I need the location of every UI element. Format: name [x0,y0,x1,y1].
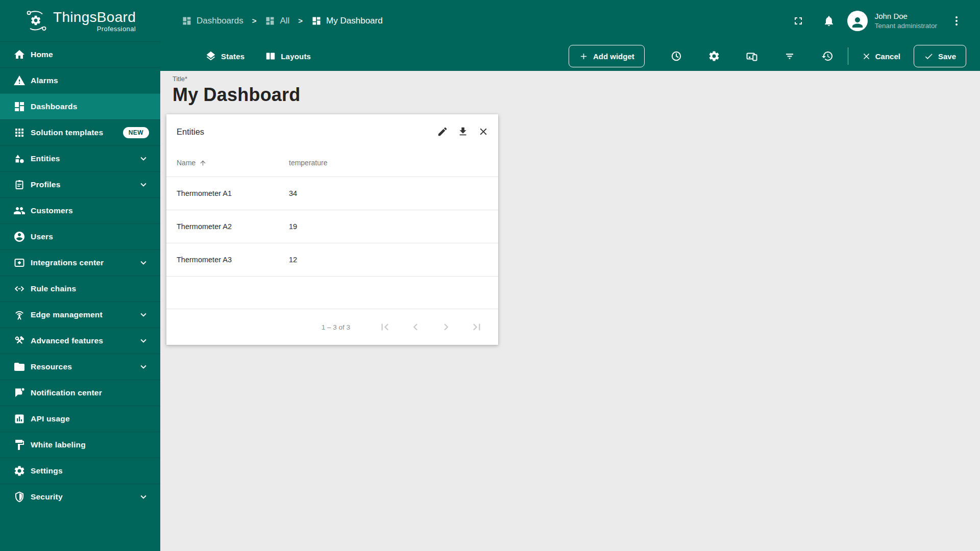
columns-icon [265,51,276,62]
close-icon [862,52,871,61]
chevron-down-icon [138,257,149,268]
user-menu[interactable]: John Doe Tenant administrator [875,12,937,30]
dashboard-content: Title* My Dashboard Entities [160,71,980,551]
first-page-button[interactable] [374,316,396,338]
bar-chart-icon [13,413,26,425]
sidebar-item-profiles[interactable]: Profiles [0,171,160,197]
warning-icon [13,74,26,87]
sidebar-item-notification-center[interactable]: Notification center [0,380,160,406]
add-widget-button[interactable]: Add widget [569,45,645,67]
thingsboard-app: ThingsBoard Professional Home Alarms Das… [0,0,980,551]
breadcrumb-all[interactable]: All [265,16,289,26]
sidebar-item-integrations-center[interactable]: Integrations center [0,249,160,276]
filters-button[interactable] [783,50,796,62]
dashboard-icon [182,16,192,26]
add-widget-label: Add widget [593,52,634,61]
entity-aliases-button[interactable] [746,50,758,62]
cell-name: Thermometer A1 [166,189,289,197]
export-widget-button[interactable] [455,124,471,139]
sidebar-item-alarms[interactable]: Alarms [0,67,160,93]
sidebar-item-advanced-features[interactable]: Advanced features [0,328,160,354]
sidebar-item-api-usage[interactable]: API usage [0,406,160,432]
brand-name: ThingsBoard [53,9,136,26]
cell-temperature: 12 [289,256,498,264]
avatar[interactable] [847,11,868,31]
brand-logo[interactable]: ThingsBoard Professional [0,0,160,41]
sidebar-item-label: Notification center [31,388,102,397]
widget-title: Entities [177,127,204,137]
brand-subtitle: Professional [53,25,136,33]
timewindow-button[interactable] [670,50,682,62]
breadcrumb-separator: > [252,16,257,25]
save-label: Save [938,52,956,61]
sidebar-item-rule-chains[interactable]: Rule chains [0,276,160,302]
cancel-button[interactable]: Cancel [854,52,908,61]
sidebar-item-users[interactable]: Users [0,223,160,249]
sidebar: ThingsBoard Professional Home Alarms Das… [0,0,160,551]
sidebar-item-label: Alarms [31,76,58,85]
sidebar-item-solution-templates[interactable]: Solution templates NEW [0,119,160,145]
more-menu-button[interactable] [950,15,963,27]
fullscreen-button[interactable] [792,15,804,27]
column-header-temperature[interactable]: temperature [289,158,498,167]
breadcrumb-label: All [280,16,289,26]
sidebar-item-white-labeling[interactable]: White labeling [0,432,160,458]
cell-temperature: 19 [289,222,498,231]
version-history-button[interactable] [821,50,834,62]
sidebar-item-label: Solution templates [31,128,103,137]
breadcrumb-my-dashboard[interactable]: My Dashboard [311,16,383,26]
thingsboard-logo-icon [24,9,48,33]
previous-page-button[interactable] [404,316,427,338]
layouts-button[interactable]: Layouts [265,51,311,62]
apps-grid-icon [13,127,26,139]
sidebar-item-customers[interactable]: Customers [0,197,160,223]
sidebar-item-resources[interactable]: Resources [0,354,160,380]
table-row[interactable]: Thermometer A3 12 [166,243,498,277]
table-row[interactable]: Thermometer A2 19 [166,210,498,243]
sidebar-item-label: Resources [31,362,72,371]
badge-icon [13,179,26,191]
edit-pencil-icon [437,126,448,137]
download-icon [457,126,469,137]
cell-temperature: 34 [289,189,498,197]
sidebar-item-label: Users [31,232,53,241]
sidebar-item-label: Home [31,50,53,59]
dashboards-icon [13,101,26,113]
sidebar-item-label: Security [31,492,63,502]
sidebar-item-home[interactable]: Home [0,41,160,67]
next-page-button[interactable] [435,316,457,338]
chevron-down-icon [138,335,149,346]
sidebar-item-settings[interactable]: Settings [0,458,160,484]
table-row[interactable]: Thermometer A1 34 [166,177,498,210]
entities-widget: Entities Name [166,114,498,345]
sidebar-item-dashboards[interactable]: Dashboards [0,93,160,119]
last-page-button[interactable] [465,316,488,338]
chevron-down-icon [138,309,149,320]
breadcrumb-label: My Dashboard [326,16,383,26]
sidebar-item-entities[interactable]: Entities [0,145,160,171]
layouts-label: Layouts [281,52,311,61]
new-badge: NEW [123,127,149,138]
chevron-down-icon [138,491,149,503]
sort-asc-arrow-icon [199,159,207,167]
dashboard-icon [311,16,322,26]
bell-icon [823,15,835,27]
dashboard-settings-button[interactable] [708,50,720,62]
column-header-name[interactable]: Name [166,159,289,167]
edit-widget-button[interactable] [435,124,450,139]
chevron-down-icon [138,153,149,164]
table-empty-row [166,277,498,309]
states-button[interactable]: States [205,51,244,62]
breadcrumb-dashboards[interactable]: Dashboards [182,16,243,26]
remove-widget-button[interactable] [476,124,491,139]
sidebar-item-security[interactable]: Security [0,484,160,510]
chevron-left-icon [409,320,422,334]
dashboard-toolbar: States Layouts Add widget [160,41,980,71]
paginator-range-label: 1 – 3 of 3 [322,323,350,331]
save-button[interactable]: Save [914,45,966,67]
sidebar-item-edge-management[interactable]: Edge management [0,302,160,328]
layers-icon [205,51,216,62]
notifications-button[interactable] [823,15,835,27]
topbar-right-cluster: John Doe Tenant administrator [792,11,963,31]
user-role: Tenant administrator [875,22,937,30]
